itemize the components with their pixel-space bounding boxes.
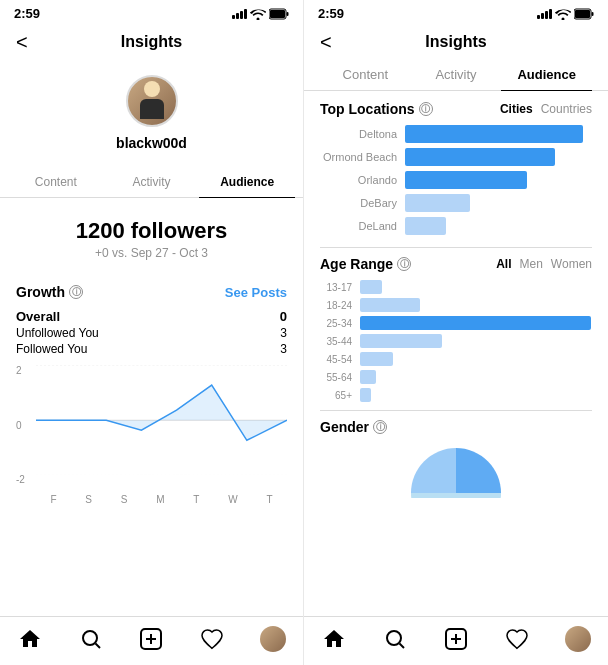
age-label-35-44: 35-44 xyxy=(320,336,360,347)
nav-profile-left[interactable] xyxy=(259,625,287,653)
chart-y-labels: 2 0 -2 xyxy=(16,365,36,485)
r-signal-bar-2 xyxy=(541,13,544,19)
bar-fill-orlando xyxy=(405,171,527,189)
nav-heart-right[interactable] xyxy=(503,625,531,653)
age-info-icon[interactable]: ⓘ xyxy=(397,257,411,271)
unfollowed-label: Unfollowed You xyxy=(16,326,99,340)
nav-heart-left[interactable] xyxy=(198,625,226,653)
growth-header: Growth ⓘ See Posts xyxy=(16,284,287,300)
age-range-header: Age Range ⓘ All Men Women xyxy=(320,256,592,272)
r-signal-bar-1 xyxy=(537,15,540,19)
left-panel: 2:59 < Insights blac xyxy=(0,0,304,665)
left-status-icons xyxy=(232,8,289,20)
bar-label-debary: DeBary xyxy=(320,197,405,209)
gender-title: Gender ⓘ xyxy=(320,419,592,435)
nav-add-left[interactable] xyxy=(137,625,165,653)
right-page-title: Insights xyxy=(425,33,486,51)
x-label-w: W xyxy=(228,494,237,505)
svg-rect-13 xyxy=(575,10,590,18)
gender-male-slice-2 xyxy=(411,448,456,493)
followed-value: 3 xyxy=(280,342,287,356)
r-signal-bar-4 xyxy=(549,9,552,19)
countries-toggle[interactable]: Countries xyxy=(541,102,592,116)
right-home-icon xyxy=(322,627,346,651)
gender-chart-container xyxy=(320,443,592,498)
age-bar-45-54: 45-54 xyxy=(320,352,592,366)
men-toggle[interactable]: Men xyxy=(520,257,543,271)
tab-audience-right[interactable]: Audience xyxy=(501,59,592,90)
age-label-13-17: 13-17 xyxy=(320,282,360,293)
right-heart-icon xyxy=(505,627,529,651)
nav-add-right[interactable] xyxy=(442,625,470,653)
tab-content-right[interactable]: Content xyxy=(320,59,411,90)
age-fill-13-17 xyxy=(360,280,382,294)
x-label-t1: T xyxy=(193,494,199,505)
y-label-0: 0 xyxy=(16,420,36,431)
avatar-body xyxy=(140,99,164,119)
bar-track-orlando xyxy=(405,171,592,189)
bar-track-deland xyxy=(405,217,592,235)
chart-fill xyxy=(36,385,287,440)
bar-track-debary xyxy=(405,194,592,212)
gender-chart-svg xyxy=(406,443,506,498)
all-toggle[interactable]: All xyxy=(496,257,511,271)
followers-section: 1200 followers +0 vs. Sep 27 - Oct 3 xyxy=(0,198,303,272)
growth-stats: Overall 0 Unfollowed You 3 Followed You … xyxy=(16,308,287,357)
gender-male-slice xyxy=(456,448,501,493)
nav-search-left[interactable] xyxy=(77,625,105,653)
username: blackw00d xyxy=(116,135,187,151)
tab-audience-left[interactable]: Audience xyxy=(199,167,295,197)
bar-row-deltona: Deltona xyxy=(320,125,592,143)
divider-1 xyxy=(320,247,592,248)
right-add-icon xyxy=(444,627,468,651)
tab-activity-left[interactable]: Activity xyxy=(104,167,200,197)
right-content: Top Locations ⓘ Cities Countries Deltona… xyxy=(304,91,608,616)
svg-point-6 xyxy=(83,631,97,645)
women-toggle[interactable]: Women xyxy=(551,257,592,271)
growth-info-icon[interactable]: ⓘ xyxy=(69,285,83,299)
growth-row-overall: Overall 0 xyxy=(16,308,287,325)
bar-row-deland: DeLand xyxy=(320,217,592,235)
back-button-left[interactable]: < xyxy=(16,31,28,54)
nav-profile-right[interactable] xyxy=(564,625,592,653)
growth-title: Growth ⓘ xyxy=(16,284,83,300)
left-page-title: Insights xyxy=(121,33,182,51)
overall-value: 0 xyxy=(280,309,287,324)
top-locations-header: Top Locations ⓘ Cities Countries xyxy=(320,101,592,117)
followed-label: Followed You xyxy=(16,342,87,356)
nav-search-right[interactable] xyxy=(381,625,409,653)
x-label-m: M xyxy=(156,494,164,505)
location-toggle-group: Cities Countries xyxy=(500,102,592,116)
age-label-18-24: 18-24 xyxy=(320,300,360,311)
avatar xyxy=(126,75,178,127)
back-button-right[interactable]: < xyxy=(320,31,332,54)
top-locations-title: Top Locations ⓘ xyxy=(320,101,433,117)
age-bar-35-44: 35-44 xyxy=(320,334,592,348)
x-label-t2: T xyxy=(266,494,272,505)
left-header: < Insights xyxy=(0,25,303,59)
x-label-f: F xyxy=(50,494,56,505)
left-status-bar: 2:59 xyxy=(0,0,303,25)
right-status-time: 2:59 xyxy=(318,6,344,21)
y-label-2: 2 xyxy=(16,365,36,376)
locations-info-icon[interactable]: ⓘ xyxy=(419,102,433,116)
age-toggle-group: All Men Women xyxy=(496,257,592,271)
x-label-s1: S xyxy=(85,494,92,505)
cities-toggle[interactable]: Cities xyxy=(500,102,533,116)
tab-activity-right[interactable]: Activity xyxy=(411,59,502,90)
nav-home-right[interactable] xyxy=(320,625,348,653)
see-posts-button[interactable]: See Posts xyxy=(225,285,287,300)
tab-content-left[interactable]: Content xyxy=(8,167,104,197)
followers-count: 1200 followers xyxy=(16,218,287,244)
gender-info-icon[interactable]: ⓘ xyxy=(373,420,387,434)
svg-point-14 xyxy=(387,631,401,645)
y-label-neg2: -2 xyxy=(16,474,36,485)
heart-icon xyxy=(200,627,224,651)
right-status-bar: 2:59 xyxy=(304,0,608,25)
age-fill-45-54 xyxy=(360,352,393,366)
chart-svg xyxy=(36,365,287,475)
nav-home-left[interactable] xyxy=(16,625,44,653)
age-bar-18-24: 18-24 xyxy=(320,298,592,312)
wifi-icon xyxy=(250,8,266,20)
add-icon xyxy=(139,627,163,651)
